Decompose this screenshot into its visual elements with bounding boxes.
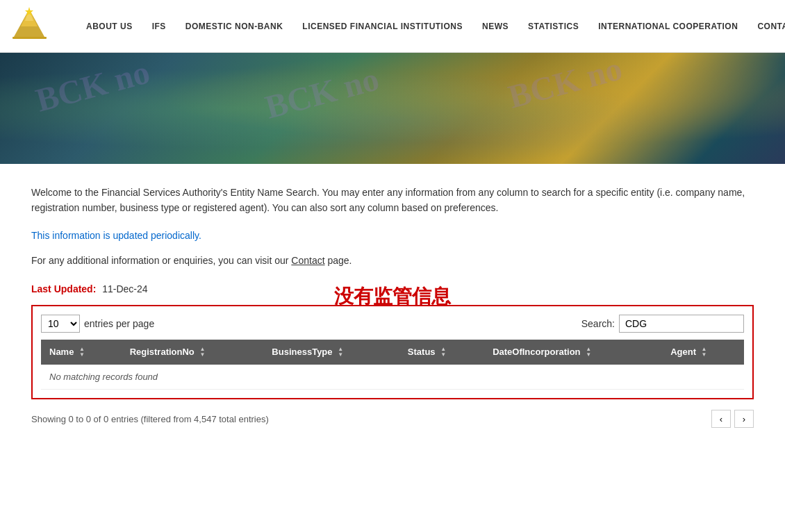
table-controls: 10 25 50 100 entries per page Search:	[41, 315, 744, 333]
nav-item-news[interactable]: NEWS	[472, 0, 518, 53]
main-content: Welcome to the Financial Services Author…	[0, 164, 785, 445]
intro-paragraph: Welcome to the Financial Services Author…	[31, 185, 754, 216]
col-status[interactable]: Status ▲▼	[399, 340, 484, 365]
col-name[interactable]: Name ▲▼	[41, 340, 122, 365]
nav-item-domestic-non-bank[interactable]: DOMESTIC NON-BANK	[176, 0, 293, 53]
nav-item-licensed-fi[interactable]: LICENSED FINANCIAL INSTITUTIONS	[292, 0, 472, 53]
no-records-cell: No matching records found	[41, 365, 744, 390]
entries-per-page-label: entries per page	[84, 318, 154, 329]
hero-banner: BCK no BCK no BCK no	[0, 53, 785, 164]
col-date-of-incorporation[interactable]: DateOfIncorporation ▲▼	[484, 340, 662, 365]
last-updated-row: Last Updated: 11-Dec-24 没有监管信息	[31, 283, 754, 294]
col-business-type[interactable]: BusinessType ▲▼	[263, 340, 399, 365]
contact-text-before: For any additional information or enquir…	[31, 255, 291, 266]
navbar: ABOUT US IFS DOMESTIC NON-BANK LICENSED …	[0, 0, 785, 53]
search-label: Search:	[581, 318, 615, 329]
contact-text-after: page.	[325, 255, 352, 266]
no-info-banner: 没有监管信息	[334, 283, 451, 310]
next-page-button[interactable]: ›	[734, 410, 754, 428]
svg-rect-4	[13, 37, 47, 39]
sort-arrows-agent: ▲▼	[702, 347, 707, 358]
search-input[interactable]	[619, 315, 744, 333]
last-updated-value: 11-Dec-24	[102, 283, 147, 294]
contact-link[interactable]: Contact	[291, 255, 324, 266]
pagination-text: Showing 0 to 0 of 0 entries (filtered fr…	[31, 414, 269, 424]
contact-paragraph: For any additional information or enquir…	[31, 255, 754, 266]
nav-item-intl-coop[interactable]: INTERNATIONAL COOPERATION	[588, 0, 747, 53]
last-updated-label: Last Updated:	[31, 283, 96, 294]
prev-page-button[interactable]: ‹	[711, 410, 731, 428]
sort-arrows-doi: ▲▼	[586, 347, 591, 358]
sort-arrows-name: ▲▼	[79, 347, 85, 358]
nav-item-statistics[interactable]: STATISTICS	[518, 0, 588, 53]
entries-control: 10 25 50 100 entries per page	[41, 315, 154, 333]
pagination-info: Showing 0 to 0 of 0 entries (filtered fr…	[31, 406, 754, 431]
sort-arrows-status: ▲▼	[440, 347, 446, 358]
col-agent[interactable]: Agent ▲▼	[662, 340, 744, 365]
sort-arrows-regno: ▲▼	[199, 347, 205, 358]
table-section: 10 25 50 100 entries per page Search: Na…	[31, 305, 754, 400]
nav-item-contact-us[interactable]: CONTACT US	[747, 0, 785, 53]
sort-arrows-biztype: ▲▼	[338, 347, 343, 358]
nav-items: ABOUT US IFS DOMESTIC NON-BANK LICENSED …	[76, 0, 785, 53]
table-row: No matching records found	[41, 365, 744, 390]
nav-item-ifs[interactable]: IFS	[142, 0, 176, 53]
update-notice: This information is updated periodically…	[31, 230, 754, 241]
data-table: Name ▲▼ RegistrationNo ▲▼ BusinessType ▲…	[41, 340, 744, 390]
col-registration-no[interactable]: RegistrationNo ▲▼	[122, 340, 264, 365]
pagination-buttons: ‹ ›	[711, 410, 754, 428]
search-control: Search:	[581, 315, 744, 333]
table-header-row: Name ▲▼ RegistrationNo ▲▼ BusinessType ▲…	[41, 340, 744, 365]
nav-item-about-us[interactable]: ABOUT US	[76, 0, 142, 53]
entries-per-page-select[interactable]: 10 25 50 100	[41, 315, 80, 333]
logo[interactable]	[7, 6, 63, 47]
